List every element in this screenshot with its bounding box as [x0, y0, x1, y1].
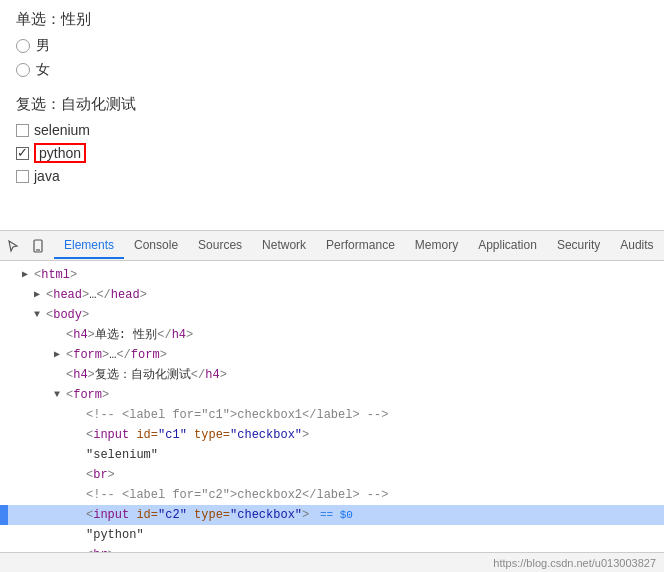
dollar-zero: == $0	[313, 506, 353, 524]
code-line[interactable]: <br>	[0, 545, 664, 552]
toolbar-icons	[4, 236, 48, 256]
checkbox-label-python: python	[34, 143, 86, 163]
expand-arrow[interactable]: ▼	[54, 386, 66, 404]
content-area: 单选：性别 男 女 复选：自动化测试 selenium python java	[0, 0, 664, 230]
expand-arrow[interactable]: ▼	[34, 306, 46, 324]
radio-section-title: 单选：性别	[16, 10, 648, 29]
tab-memory[interactable]: Memory	[405, 233, 468, 259]
checkbox-item-selenium[interactable]: selenium	[16, 122, 648, 138]
radio-label-female: 女	[36, 61, 50, 79]
tab-sources[interactable]: Sources	[188, 233, 252, 259]
checkbox-python[interactable]	[16, 147, 29, 160]
checkbox-selenium[interactable]	[16, 124, 29, 137]
expand-arrow	[74, 466, 86, 484]
checkbox-label-selenium: selenium	[34, 122, 90, 138]
checkbox-item-java[interactable]: java	[16, 168, 648, 184]
code-line[interactable]: <input id="c1" type="checkbox">	[0, 425, 664, 445]
tab-network[interactable]: Network	[252, 233, 316, 259]
expand-arrow[interactable]: ▶	[22, 266, 34, 284]
code-line[interactable]: <h4>复选：自动化测试</h4>	[0, 365, 664, 385]
expand-arrow[interactable]: ▶	[54, 346, 66, 364]
code-line[interactable]: "selenium"	[0, 445, 664, 465]
expand-arrow	[74, 546, 86, 552]
code-line[interactable]: "python"	[0, 525, 664, 545]
code-line[interactable]: <!-- <label for="c1">checkbox1</label> -…	[0, 405, 664, 425]
radio-group: 男 女	[16, 37, 648, 79]
code-line[interactable]: ▼ <form>	[0, 385, 664, 405]
radio-item-male[interactable]: 男	[16, 37, 648, 55]
devtools-panel: Elements Console Sources Network Perform…	[0, 230, 664, 572]
tab-security[interactable]: Security	[547, 233, 610, 259]
cursor-icon[interactable]	[4, 236, 24, 256]
checkbox-section-title: 复选：自动化测试	[16, 95, 648, 114]
code-line[interactable]: <br>	[0, 465, 664, 485]
code-line[interactable]: ▼ <body>	[0, 305, 664, 325]
expand-arrow[interactable]: ▶	[34, 286, 46, 304]
bottom-bar-url: https://blog.csdn.net/u013003827	[493, 557, 656, 569]
tab-application[interactable]: Application	[468, 233, 547, 259]
radio-female[interactable]	[16, 63, 30, 77]
expand-arrow	[74, 486, 86, 504]
expand-arrow	[74, 406, 86, 424]
code-line[interactable]: ▶ <head>…</head>	[0, 285, 664, 305]
tab-elements[interactable]: Elements	[54, 233, 124, 259]
radio-male[interactable]	[16, 39, 30, 53]
checkbox-item-python[interactable]: python	[16, 143, 648, 163]
gutter	[60, 506, 74, 524]
tab-performance[interactable]: Performance	[316, 233, 405, 259]
code-line[interactable]: <h4>单选: 性别</h4>	[0, 325, 664, 345]
checkbox-group: selenium python java	[16, 122, 648, 184]
selection-indicator	[0, 505, 8, 525]
mobile-icon[interactable]	[28, 236, 48, 256]
devtools-bottom-bar: https://blog.csdn.net/u013003827	[0, 552, 664, 572]
radio-label-male: 男	[36, 37, 50, 55]
expand-arrow	[74, 446, 86, 464]
tab-console[interactable]: Console	[124, 233, 188, 259]
tab-audits[interactable]: Audits	[610, 233, 663, 259]
code-line[interactable]: ▶ <form>…</form>	[0, 345, 664, 365]
devtools-code[interactable]: ▶ <html> ▶ <head>…</head> ▼ <body> <h4>单…	[0, 261, 664, 552]
expand-arrow	[54, 326, 66, 344]
radio-item-female[interactable]: 女	[16, 61, 648, 79]
expand-arrow	[74, 526, 86, 544]
code-line[interactable]: ▶ <html>	[0, 265, 664, 285]
devtools-toolbar: Elements Console Sources Network Perform…	[0, 231, 664, 261]
code-line-selected[interactable]: <input id="c2" type="checkbox"> == $0	[0, 505, 664, 525]
devtools-tabs: Elements Console Sources Network Perform…	[54, 233, 664, 259]
expand-arrow	[74, 426, 86, 444]
expand-arrow	[54, 366, 66, 384]
checkbox-label-java: java	[34, 168, 60, 184]
checkbox-java[interactable]	[16, 170, 29, 183]
expand-arrow	[74, 506, 86, 524]
code-line[interactable]: <!-- <label for="c2">checkbox2</label> -…	[0, 485, 664, 505]
